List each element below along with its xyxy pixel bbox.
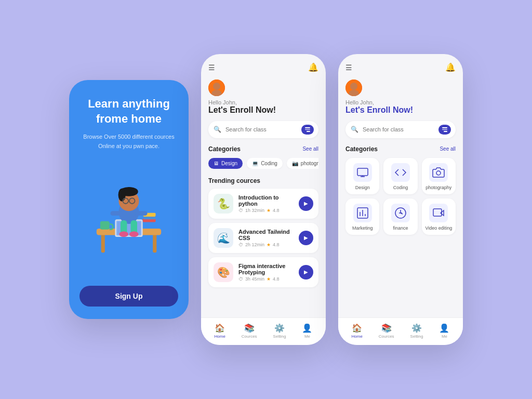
- play-button-tailwind[interactable]: ▶: [299, 231, 313, 245]
- svg-rect-15: [110, 211, 122, 216]
- play-button-python[interactable]: ▶: [299, 196, 313, 211]
- search-bar-3: 🔍: [345, 121, 456, 138]
- nav-setting[interactable]: ⚙️ Setting: [273, 323, 286, 339]
- home-screen: ☰ 🔔 Hello John, Let's Enroll Now! 🔍: [201, 54, 326, 345]
- trending-title: Trending cources: [208, 177, 318, 184]
- category-coding[interactable]: 💻 Coding: [247, 158, 283, 169]
- setting-icon: ⚙️: [274, 323, 285, 333]
- cat-design-label: Design: [355, 185, 370, 190]
- courses-icon-3: 📚: [381, 323, 392, 333]
- cat-finance-label: finance: [393, 225, 408, 231]
- svg-rect-16: [135, 211, 147, 216]
- course-meta-figma: ⏱ 3h 45min ★ 4.8: [238, 276, 294, 282]
- see-all-3[interactable]: See all: [440, 146, 456, 152]
- categories-content: ☰ 🔔 Hello John, Let's Enroll Now! 🔍: [338, 54, 463, 317]
- play-button-figma[interactable]: ▶: [299, 265, 313, 280]
- svg-rect-0: [101, 234, 105, 253]
- course-thumb-figma: 🎨: [214, 262, 233, 282]
- categories-header-3: Categories See all: [345, 145, 456, 153]
- photography-grid-icon: [429, 163, 448, 182]
- course-info-python: Introduction to python ⏱ 1h 32min ★ 4.8: [238, 194, 294, 213]
- nav-home-3[interactable]: 🏠 Home: [351, 323, 362, 339]
- category-design[interactable]: 🖥 Design: [208, 158, 243, 169]
- greeting-sub-3: Let's Enroll Now!: [345, 105, 456, 115]
- course-info-figma: Figma interactive Protyping ⏱ 3h 45min ★…: [238, 263, 294, 282]
- cat-marketing[interactable]: Marketing: [345, 198, 379, 235]
- notification-icon[interactable]: 🔔: [308, 62, 318, 72]
- course-rating-python: 4.8: [273, 208, 280, 213]
- course-python[interactable]: 🐍 Introduction to python ⏱ 1h 32min ★ 4.…: [208, 189, 318, 219]
- search-input[interactable]: [225, 126, 297, 132]
- cat-video-editing[interactable]: Video editing: [422, 198, 456, 235]
- video-editing-grid-icon: [429, 204, 448, 222]
- svg-rect-36: [433, 209, 442, 216]
- categories-screen: ☰ 🔔 Hello John, Let's Enroll Now! 🔍: [338, 54, 463, 345]
- category-coding-label: Coding: [261, 161, 277, 166]
- coding-grid-icon: [391, 163, 410, 182]
- categories-row: 🖥 Design 💻 Coding 📷 photography: [208, 158, 318, 169]
- cat-finance[interactable]: finance: [383, 198, 417, 235]
- greeting-name-3: Hello John,: [345, 99, 456, 105]
- categories-grid: Design Coding photograph: [345, 158, 456, 235]
- avatar: [208, 79, 225, 96]
- course-info-tailwind: Advanced Tailwind CSS ⏱ 2h 12min ★ 4.8: [238, 229, 294, 247]
- cat-coding[interactable]: Coding: [383, 158, 417, 194]
- course-name-tailwind: Advanced Tailwind CSS: [238, 229, 294, 241]
- nav-courses-label: Cources: [242, 334, 257, 339]
- nav-me[interactable]: 👤 Me: [302, 323, 312, 339]
- bottom-nav-3: 🏠 Home 📚 Cources ⚙️ Setting 👤 Me: [338, 317, 463, 345]
- svg-rect-1: [153, 234, 156, 253]
- nav-setting-3[interactable]: ⚙️ Setting: [410, 323, 423, 339]
- nav-setting-label-3: Setting: [410, 334, 423, 339]
- course-duration-figma: 3h 45min: [245, 276, 264, 282]
- search-icon-3: 🔍: [351, 126, 358, 133]
- cat-design[interactable]: Design: [345, 158, 379, 194]
- categories-header: Categories See all: [208, 145, 318, 153]
- illustration: [79, 155, 178, 286]
- svg-point-19: [118, 189, 126, 202]
- clock-icon: ⏱: [238, 208, 243, 213]
- cat-video-editing-label: Video editing: [425, 225, 452, 231]
- avatar-3: [345, 79, 362, 96]
- design-icon: 🖥: [214, 161, 219, 166]
- top-bar: ☰ 🔔: [208, 62, 318, 72]
- nav-home[interactable]: 🏠 Home: [214, 323, 225, 339]
- menu-icon[interactable]: ☰: [208, 63, 215, 72]
- search-input-3[interactable]: [363, 126, 434, 132]
- menu-icon-3[interactable]: ☰: [345, 63, 352, 72]
- notification-icon-3[interactable]: 🔔: [445, 62, 456, 72]
- me-icon: 👤: [302, 323, 312, 333]
- filter-button-3[interactable]: [438, 125, 451, 135]
- course-figma[interactable]: 🎨 Figma interactive Protyping ⏱ 3h 45min…: [208, 257, 318, 287]
- category-design-label: Design: [221, 161, 237, 166]
- nav-setting-label: Setting: [273, 334, 286, 339]
- nav-courses-3[interactable]: 📚 Cources: [379, 323, 394, 339]
- category-photography[interactable]: 📷 photography: [287, 158, 318, 169]
- svg-point-24: [213, 83, 220, 90]
- design-grid-icon: [353, 163, 372, 182]
- course-thumb-tailwind: 🌊: [214, 228, 233, 248]
- avatar-row: [208, 79, 318, 96]
- setting-icon-3: ⚙️: [411, 323, 422, 333]
- course-name-figma: Figma interactive Protyping: [238, 263, 294, 275]
- bottom-nav: 🏠 Home 📚 Cources ⚙️ Setting 👤 Me: [201, 317, 326, 345]
- course-tailwind[interactable]: 🌊 Advanced Tailwind CSS ⏱ 2h 12min ★ 4.8…: [208, 223, 318, 253]
- nav-home-label-3: Home: [351, 334, 362, 339]
- finance-grid-icon: [391, 204, 410, 222]
- nav-me-3[interactable]: 👤 Me: [439, 323, 449, 339]
- svg-point-13: [119, 232, 128, 237]
- nav-home-label: Home: [214, 334, 225, 339]
- courses-icon: 📚: [244, 323, 255, 333]
- greeting-name: Hello John,: [208, 99, 318, 105]
- svg-marker-37: [441, 210, 444, 216]
- signup-button[interactable]: Sign Up: [79, 286, 178, 307]
- course-duration-tailwind: 2h 12min: [245, 242, 264, 247]
- see-all-categories[interactable]: See all: [302, 146, 318, 152]
- cat-photography[interactable]: photography: [422, 158, 456, 194]
- course-duration-python: 1h 32min: [245, 208, 264, 213]
- svg-point-14: [129, 232, 139, 237]
- course-name-python: Introduction to python: [238, 194, 294, 207]
- nav-courses[interactable]: 📚 Cources: [242, 323, 257, 339]
- filter-button[interactable]: [301, 125, 314, 135]
- coding-icon: 💻: [252, 161, 258, 166]
